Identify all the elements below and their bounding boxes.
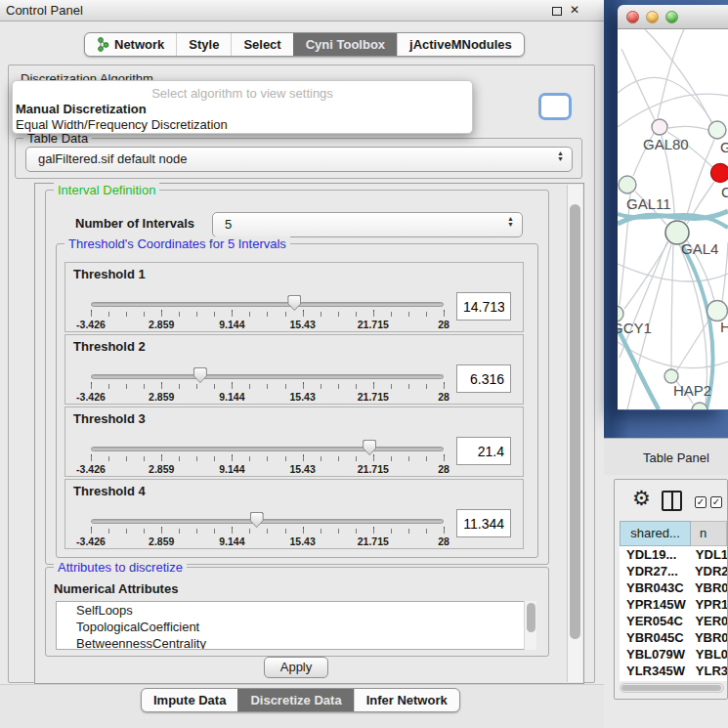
tick-label: 15.43	[289, 391, 315, 403]
list-item[interactable]: BetweennessCentrality	[57, 635, 535, 650]
threshold-1-value-field[interactable]	[456, 292, 511, 321]
settings-scrollbar-thumb[interactable]	[570, 204, 580, 639]
checkbox-icon[interactable]: ✓	[710, 496, 722, 508]
cell-shared-name: YBR045C	[620, 629, 688, 646]
minimize-traffic-light-icon[interactable]	[646, 11, 659, 23]
panel-title: Control Panel	[6, 3, 83, 18]
cell-name: YIL0	[691, 679, 724, 681]
close-traffic-light-icon[interactable]	[626, 11, 639, 23]
tab-label: Impute Data	[153, 689, 226, 711]
table-data-value: galFiltered.sif default node	[38, 151, 187, 166]
list-scrollbar-thumb[interactable]	[527, 603, 535, 632]
settings-scrollbar[interactable]	[567, 185, 582, 682]
threshold-3-value-field[interactable]	[456, 437, 511, 465]
slider-minor-ticks	[91, 456, 445, 461]
threshold-4-value-field[interactable]	[456, 509, 511, 537]
cell-shared-name: YLR345W	[620, 663, 689, 679]
table-row[interactable]: YDL19... YDL1	[620, 546, 727, 563]
threshold-1-slider[interactable]: -3.426 2.859 9.144 15.43 21.715 28	[91, 296, 444, 331]
table-row[interactable]: YBR045C YBR0	[620, 629, 727, 646]
table-data-group: Table Data galFiltered.sif default node …	[15, 138, 582, 179]
table-row[interactable]: YPR145W YPR1	[620, 596, 727, 613]
cell-name: YDR2	[688, 563, 727, 579]
table-row[interactable]: YBL079W YBL0	[620, 646, 727, 663]
attributes-group-title: Attributes to discretize	[54, 560, 187, 575]
list-item[interactable]: TopologicalCoefficient	[57, 619, 535, 635]
numerical-attributes-label: Numerical Attributes	[54, 581, 178, 596]
tick-label: 28	[438, 535, 450, 547]
gear-icon[interactable]: ⚙	[632, 486, 651, 511]
tick-label: -3.426	[76, 535, 106, 547]
table-scrollbar-thumb[interactable]	[621, 685, 721, 691]
threshold-1-panel: Threshold 1 -3.426 2.859 9.144 15.43 21.…	[64, 262, 524, 332]
network-graph: GAL80 GAL11 GAL4 GCY1 HAP2 GA C H	[618, 29, 728, 409]
network-view-window[interactable]: GAL80 GAL11 GAL4 GCY1 HAP2 GA C H	[618, 5, 728, 410]
cell-name: YDL1	[689, 546, 727, 563]
node-red-selected[interactable]	[711, 164, 728, 183]
tick-label: 21.715	[358, 391, 389, 403]
tab-cyni-toolbox[interactable]: Cyni Toolbox	[293, 33, 397, 56]
zoom-traffic-light-icon[interactable]	[665, 11, 678, 23]
threshold-3-slider[interactable]: -3.426 2.859 9.144 15.43 21.715 28	[91, 441, 444, 476]
tab-select[interactable]: Select	[231, 33, 292, 56]
table-horizontal-scrollbar[interactable]	[620, 683, 724, 693]
node-hap2[interactable]	[664, 369, 678, 383]
tab-impute-data[interactable]: Impute Data	[142, 689, 237, 711]
tick-label: -3.426	[76, 463, 106, 475]
tab-network[interactable]: Network	[85, 33, 176, 56]
network-window-titlebar[interactable]	[618, 5, 728, 29]
apply-button[interactable]: Apply	[264, 657, 328, 678]
table-row[interactable]: YER054C YER0	[620, 613, 727, 629]
checkbox-icon[interactable]: ✓	[695, 496, 707, 508]
tick-label: 2.859	[149, 319, 174, 330]
threshold-4-slider[interactable]: -3.426 2.859 9.144 15.43 21.715 28	[91, 513, 444, 548]
table-data-combobox[interactable]: galFiltered.sif default node ▲▼	[25, 147, 573, 172]
cell-shared-name: YDL19...	[620, 546, 689, 563]
slider-thumb[interactable]	[363, 440, 376, 455]
network-canvas[interactable]: GAL80 GAL11 GAL4 GCY1 HAP2 GA C H	[618, 29, 728, 409]
node-top-right[interactable]	[708, 121, 726, 139]
tab-jactivemnodules[interactable]: jActiveMNodules	[397, 33, 524, 56]
slider-thumb[interactable]	[250, 512, 264, 528]
columns-icon[interactable]	[662, 491, 682, 511]
list-scrollbar[interactable]	[524, 601, 536, 650]
interval-definition-title: Interval Definition	[54, 183, 159, 197]
table-header-row: shared... n	[620, 521, 727, 546]
dropdown-option-manual-discretization[interactable]: Manual Discretization	[16, 102, 147, 116]
node-gal11[interactable]	[619, 176, 636, 193]
slider-track[interactable]	[91, 519, 444, 524]
slider-thumb[interactable]	[193, 367, 207, 383]
tab-discretize-data[interactable]: Discretize Data	[237, 689, 353, 711]
threshold-2-value-field[interactable]	[456, 364, 511, 393]
tick-label: 21.715	[358, 535, 389, 547]
column-header-name[interactable]: n	[691, 521, 727, 546]
node-gal80[interactable]	[652, 119, 667, 135]
table-row[interactable]: YLR345W YLR3	[620, 663, 727, 679]
number-of-intervals-combobox[interactable]: 5 ▲▼	[212, 212, 523, 237]
node-label-clipped-c: C	[721, 184, 728, 200]
list-item[interactable]: SelfLoops	[57, 602, 535, 619]
numerical-attributes-list: SelfLoops TopologicalCoefficient Between…	[56, 601, 536, 650]
cell-shared-name: YBL079W	[620, 646, 689, 663]
table-row[interactable]: YDR27... YDR2	[620, 563, 727, 579]
cell-name: YLR3	[689, 663, 727, 679]
slider-track[interactable]	[91, 447, 444, 451]
slider-track[interactable]	[91, 374, 444, 379]
cell-name: YER0	[688, 613, 727, 629]
close-icon[interactable]: ✕	[570, 3, 579, 17]
threshold-2-slider[interactable]: -3.426 2.859 9.144 15.43 21.715 28	[91, 368, 444, 404]
dropdown-option-equal-width-frequency[interactable]: Equal Width/Frequency Discretization	[16, 117, 228, 132]
threshold-label: Threshold 3	[73, 411, 146, 426]
attributes-group: Attributes to discretize Numerical Attri…	[45, 567, 549, 657]
tab-infer-network[interactable]: Infer Network	[354, 689, 459, 711]
cell-shared-name: YDR27...	[620, 563, 688, 579]
slider-track[interactable]	[91, 302, 444, 307]
table-row[interactable]: YIL052C YIL0	[620, 679, 727, 681]
algorithm-combobox-focus-ring[interactable]	[538, 93, 572, 120]
column-header-shared-name[interactable]: shared...	[620, 521, 691, 546]
float-window-icon[interactable]	[552, 7, 562, 16]
dropdown-prompt: Select algorithm to view settings	[13, 86, 472, 101]
slider-thumb[interactable]	[287, 295, 301, 311]
table-row[interactable]: YBR043C YBR0	[620, 579, 727, 596]
tab-style[interactable]: Style	[176, 33, 231, 56]
